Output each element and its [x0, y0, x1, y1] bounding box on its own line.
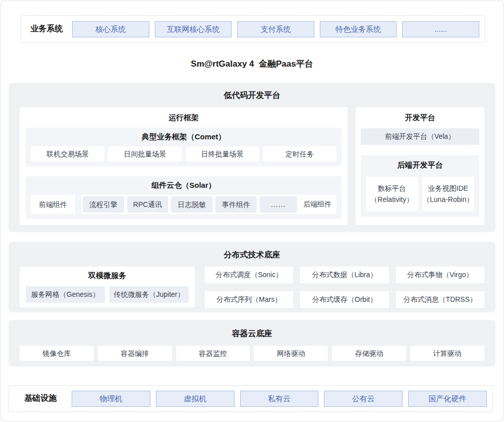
frontend-dev-platform-vela: 前端开发平台（Vela） — [361, 128, 479, 145]
solar-chip-strip: 流程引擎 RPC通讯 日志脱敏 事件组件 ...... 后端组件 — [81, 195, 337, 214]
comet-items-row: 联机交易场景 日间批量场景 日终批量场景 定时任务 — [31, 146, 337, 162]
comet-item-scheduled-task: 定时任务 — [263, 146, 337, 162]
luna-robin-codename: （Luna-Robin） — [423, 194, 473, 205]
backend-item-relativity: 数标平台 （Relativity） — [366, 177, 418, 211]
solar-chip-workflow-engine: 流程引擎 — [83, 196, 124, 213]
solar-item-backend-component: 后端组件 — [300, 200, 335, 209]
solar-chip-more: ...... — [260, 196, 297, 213]
lowcode-platform-section: 低代码开发平台 运行框架 典型业务框架（Comet） 联机交易场景 日间批量场景… — [9, 83, 495, 232]
business-system-core: 核心系统 — [72, 21, 149, 37]
traditional-microservice-jupiter: 传统微服务（Jupiter） — [109, 286, 189, 303]
comet-item-intraday-batch: 日间批量场景 — [108, 146, 182, 162]
dev-platform-panel: 开发平台 前端开发平台（Vela） 后端开发平台 数标平台 （Relativit… — [356, 107, 484, 225]
business-system-internet-core: 互联网核心系统 — [155, 21, 232, 37]
infra-public-cloud: 公有云 — [324, 391, 403, 407]
distributed-cache-orbit: 分布式缓存（Orbit） — [300, 291, 388, 308]
business-system-more: ...... — [402, 21, 479, 37]
solar-chip-log-masking: 日志脱敏 — [171, 196, 212, 213]
relativity-codename: （Relativity） — [370, 194, 413, 205]
business-systems-label: 业务系统 — [21, 24, 72, 34]
backend-dev-platform-title: 后端开发平台 — [366, 161, 474, 170]
business-systems-boxes: 核心系统 互联网核心系统 支付系统 特色业务系统 ...... — [72, 21, 485, 37]
distributed-scheduling-sonic: 分布式调度（Sonic） — [205, 267, 293, 283]
storage-driver: 存储驱动 — [332, 346, 406, 361]
container-orchestration: 容器编排 — [98, 346, 172, 361]
image-registry: 镜像仓库 — [20, 346, 94, 361]
distributed-base-section: 分布式技术底座 双模微服务 服务网格（Genesis） 传统微服务（Jupite… — [9, 242, 495, 312]
lowcode-platform-title: 低代码开发平台 — [9, 83, 495, 101]
comet-framework-title: 典型业务框架（Comet） — [31, 132, 337, 142]
distributed-data-libra: 分布式数据（Libra） — [300, 267, 388, 283]
network-driver: 网络驱动 — [254, 346, 328, 361]
distributed-base-body: 双模微服务 服务网格（Genesis） 传统微服务（Jupiter） 分布式调度… — [9, 267, 495, 308]
distributed-sequence-mars: 分布式序列（Mars） — [205, 291, 293, 308]
solar-chip-event-component: 事件组件 — [215, 196, 257, 213]
container-cloud-section: 容器云底座 镜像仓库 容器编排 容器监控 网络驱动 存储驱动 计算驱动 — [9, 320, 495, 366]
distributed-message-tdrss: 分布式消息（TDRSS） — [396, 291, 484, 308]
backend-item-luna-robin: 业务视图IDE （Luna-Robin） — [422, 177, 475, 211]
infra-physical-machine: 物理机 — [72, 391, 150, 407]
distributed-transaction-virgo: 分布式事物（Virgo） — [396, 267, 484, 283]
relativity-name: 数标平台 — [378, 183, 406, 194]
solar-chip-rpc: RPC通讯 — [127, 196, 169, 213]
infrastructure-band: 基础设施 物理机 虚拟机 私有云 公有云 国产化硬件 — [9, 385, 493, 412]
solar-item-frontend-component: 前端组件 — [31, 195, 75, 214]
comet-framework-box: 典型业务框架（Comet） 联机交易场景 日间批量场景 日终批量场景 定时任务 — [26, 128, 342, 167]
dual-mode-items-row: 服务网格（Genesis） 传统微服务（Jupiter） — [26, 286, 189, 303]
dual-mode-microservice-panel: 双模微服务 服务网格（Genesis） 传统微服务（Jupiter） — [20, 267, 195, 307]
business-system-payment: 支付系统 — [237, 21, 314, 37]
dev-platform-title: 开发平台 — [361, 113, 479, 123]
container-cloud-title: 容器云底座 — [9, 320, 495, 339]
page-title: Sm@rtGalaxy 4 金融Paas平台 — [1, 58, 503, 70]
luna-robin-name: 业务视图IDE — [428, 183, 468, 194]
dual-mode-title: 双模微服务 — [26, 271, 189, 281]
infrastructure-boxes: 物理机 虚拟机 私有云 公有云 国产化硬件 — [72, 391, 492, 407]
distributed-services-grid: 分布式调度（Sonic） 分布式数据（Libra） 分布式事物（Virgo） 分… — [205, 267, 484, 308]
container-cloud-items-row: 镜像仓库 容器编排 容器监控 网络驱动 存储驱动 计算驱动 — [9, 346, 495, 361]
architecture-diagram: 业务系统 核心系统 互联网核心系统 支付系统 特色业务系统 ...... Sm@… — [0, 0, 504, 422]
comet-item-online-trading: 联机交易场景 — [31, 146, 104, 162]
business-system-special: 特色业务系统 — [320, 21, 397, 37]
backend-dev-items-row: 数标平台 （Relativity） 业务视图IDE （Luna-Robin） — [366, 177, 474, 211]
infra-domestic-hardware: 国产化硬件 — [408, 391, 487, 407]
lowcode-platform-body: 运行框架 典型业务框架（Comet） 联机交易场景 日间批量场景 日终批量场景 … — [9, 101, 495, 225]
compute-driver: 计算驱动 — [410, 346, 484, 361]
infra-private-cloud: 私有云 — [240, 391, 319, 407]
runtime-framework-panel: 运行框架 典型业务框架（Comet） 联机交易场景 日间批量场景 日终批量场景 … — [20, 107, 348, 225]
infrastructure-label: 基础设施 — [9, 393, 72, 404]
distributed-base-title: 分布式技术底座 — [9, 242, 495, 260]
comet-item-endofday-batch: 日终批量场景 — [186, 146, 259, 162]
solar-component-title: 组件云仓（Solar） — [31, 181, 337, 190]
solar-component-box: 组件云仓（Solar） 前端组件 流程引擎 RPC通讯 日志脱敏 事件组件 ..… — [26, 176, 342, 219]
infra-virtual-machine: 虚拟机 — [156, 391, 235, 407]
runtime-framework-title: 运行框架 — [26, 113, 342, 123]
business-systems-band: 业务系统 核心系统 互联网核心系统 支付系统 特色业务系统 ...... — [21, 15, 485, 43]
service-mesh-genesis: 服务网格（Genesis） — [26, 286, 105, 303]
container-monitoring: 容器监控 — [176, 346, 250, 361]
solar-items-row: 前端组件 流程引擎 RPC通讯 日志脱敏 事件组件 ...... 后端组件 — [31, 195, 337, 214]
backend-dev-platform-box: 后端开发平台 数标平台 （Relativity） 业务视图IDE （Luna-R… — [361, 155, 479, 217]
